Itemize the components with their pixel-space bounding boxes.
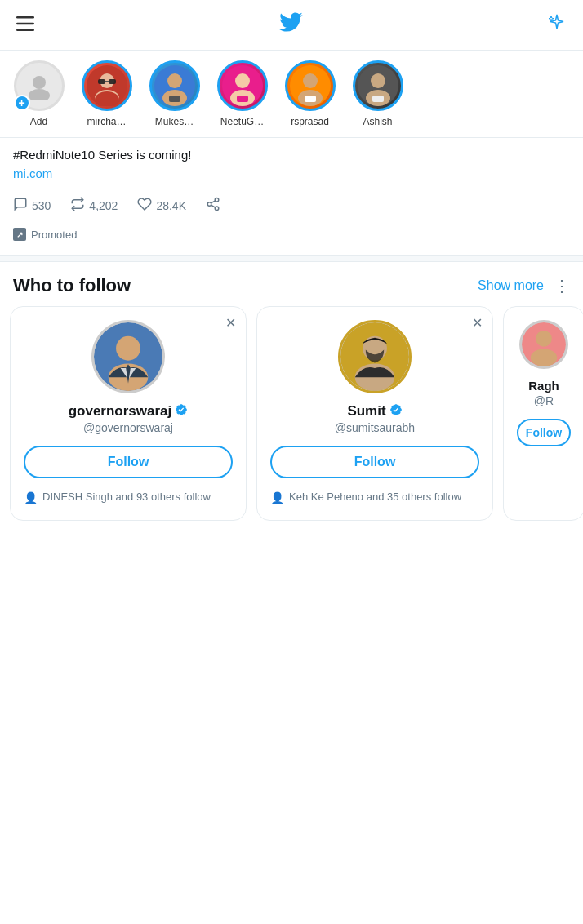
sparkle-icon[interactable]: [547, 13, 567, 38]
svg-point-17: [235, 73, 250, 88]
people-icon-gov: 👤: [24, 491, 38, 507]
tweet-content: #RedmiNote10 Series is coming! mi.com 53…: [0, 138, 583, 255]
add-badge: +: [14, 95, 30, 111]
promoted-row: ↗ Promoted: [13, 221, 570, 251]
story-item-neetug[interactable]: NeetuG…: [211, 60, 273, 127]
like-icon: [137, 197, 152, 215]
tweet-text: #RedmiNote10 Series is coming!: [13, 146, 570, 163]
follow-card-sumit: ✕ Sumit @sumitsaurabh Follow: [256, 306, 493, 521]
who-to-follow-header: Who to follow Show more ⋮: [0, 262, 583, 306]
card-handle-raghu: @R: [517, 394, 571, 407]
svg-point-4: [29, 89, 50, 100]
mutual-follow-sumit: 👤 Keh Ke Peheno and 35 others follow: [270, 490, 479, 507]
svg-point-21: [303, 73, 318, 88]
close-card-governorswaraj[interactable]: ✕: [225, 317, 236, 330]
story-item-rsprasad[interactable]: rsprasad: [279, 60, 340, 127]
svg-rect-15: [169, 96, 180, 102]
card-name-sumit: Sumit: [270, 403, 479, 420]
tweet-actions: 530 4,202 28.4K: [13, 190, 570, 221]
share-icon: [206, 197, 220, 215]
card-name-governorswaraj: governorswaraj: [24, 403, 233, 420]
svg-point-3: [33, 76, 46, 89]
show-more-button[interactable]: Show more: [478, 278, 544, 293]
svg-point-38: [355, 363, 395, 391]
app-header: [0, 0, 583, 51]
retweet-icon: [70, 197, 85, 215]
svg-rect-1: [16, 22, 34, 24]
people-icon-sumit: 👤: [270, 491, 284, 507]
story-item-mukes[interactable]: Mukes…: [144, 60, 205, 127]
tweet-retweet-action[interactable]: 4,202: [70, 197, 118, 215]
svg-point-30: [215, 207, 219, 211]
svg-rect-8: [98, 79, 105, 84]
story-label-add: Add: [30, 116, 47, 127]
stories-row: + Add mircha…: [0, 51, 583, 138]
section-divider: [0, 255, 583, 262]
follow-card-governorswaraj: ✕ governorswaraj @governorswaraj Foll: [10, 306, 247, 521]
verified-icon-governorswaraj: [175, 403, 188, 420]
story-avatar-ashish: [353, 60, 403, 111]
comment-count: 530: [32, 199, 51, 212]
story-avatar-neetug: [217, 60, 268, 111]
more-options-icon[interactable]: ⋮: [554, 276, 570, 295]
svg-point-28: [215, 198, 219, 202]
story-label-neetug: NeetuG…: [220, 116, 264, 127]
avatar-sumit: [338, 320, 412, 393]
svg-point-40: [536, 331, 552, 347]
tweet-link[interactable]: mi.com: [13, 167, 570, 180]
card-name-raghu: Ragh: [517, 379, 571, 393]
story-item-mircha[interactable]: mircha…: [76, 60, 137, 127]
retweet-count: 4,202: [89, 199, 118, 212]
story-label-mukes: Mukes…: [155, 116, 194, 127]
card-handle-sumit: @sumitsaurabh: [270, 421, 479, 434]
mutual-follow-governorswaraj: 👤 DINESH Singh and 93 others follow: [24, 490, 233, 507]
svg-rect-0: [16, 16, 34, 19]
story-item-ashish[interactable]: Ashish: [347, 60, 408, 127]
svg-line-31: [211, 205, 215, 207]
tweet-share-action[interactable]: [206, 197, 220, 215]
like-count: 28.4K: [156, 199, 186, 212]
svg-point-34: [116, 336, 140, 361]
avatar-raghu: [519, 320, 568, 369]
story-label-ashish: Ashish: [363, 116, 392, 127]
tweet-like-action[interactable]: 28.4K: [137, 197, 186, 215]
story-avatar-mircha: [82, 60, 132, 111]
svg-line-32: [211, 201, 215, 203]
svg-point-29: [207, 202, 211, 207]
avatar-governorswaraj: [91, 320, 165, 393]
wtf-actions: Show more ⋮: [478, 276, 570, 295]
svg-rect-27: [372, 96, 384, 102]
wtf-title: Who to follow: [13, 275, 131, 296]
comment-icon: [13, 197, 28, 215]
svg-rect-19: [237, 96, 248, 102]
story-avatar-mukes: [149, 60, 200, 111]
svg-point-25: [371, 73, 385, 88]
svg-rect-9: [109, 79, 116, 84]
twitter-logo[interactable]: [278, 10, 303, 40]
follow-button-governorswaraj[interactable]: Follow: [24, 446, 233, 478]
follow-button-raghu[interactable]: Follow: [517, 419, 571, 446]
promoted-label: Promoted: [31, 229, 77, 241]
story-avatar-rsprasad: [285, 60, 336, 111]
svg-rect-2: [16, 29, 34, 31]
story-label-rsprasad: rsprasad: [291, 116, 329, 127]
tweet-comment-action[interactable]: 530: [13, 197, 51, 215]
svg-point-41: [531, 349, 557, 366]
close-card-sumit[interactable]: ✕: [472, 317, 483, 330]
follow-cards-row: ✕ governorswaraj @governorswaraj Foll: [0, 306, 583, 534]
promoted-icon: ↗: [13, 228, 26, 241]
menu-icon[interactable]: [16, 15, 34, 36]
story-item-add[interactable]: + Add: [8, 60, 69, 127]
verified-icon-sumit: [389, 403, 403, 420]
follow-button-sumit[interactable]: Follow: [270, 446, 479, 478]
svg-point-13: [167, 73, 182, 88]
svg-rect-23: [305, 96, 316, 102]
story-label-mircha: mircha…: [87, 116, 126, 127]
card-handle-governorswaraj: @governorswaraj: [24, 421, 233, 434]
svg-rect-10: [105, 81, 109, 82]
follow-card-raghu: Ragh @R Follow: [503, 306, 583, 521]
